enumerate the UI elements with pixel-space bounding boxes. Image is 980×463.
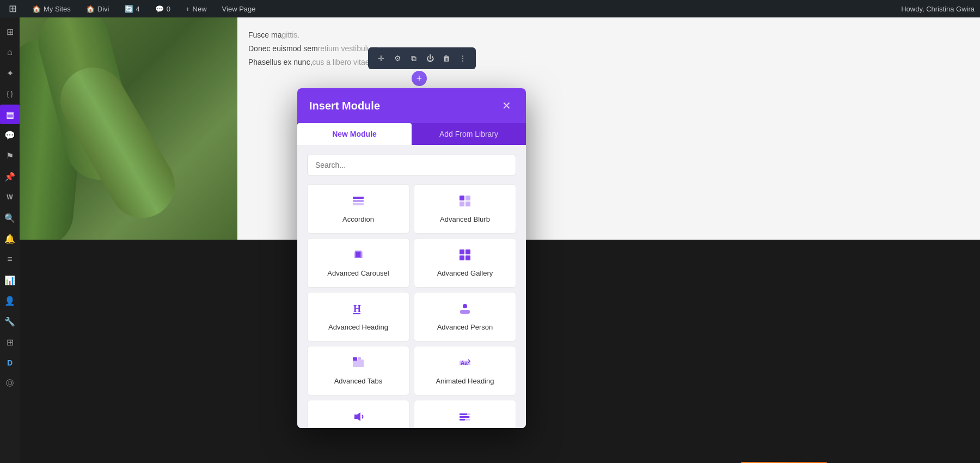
sidebar-icon-chart[interactable]: 📊 (0, 270, 20, 290)
my-sites-label: My Sites (44, 5, 71, 13)
module-label-animated-heading: Animated Heading (436, 377, 494, 385)
sidebar-icon-circle-d[interactable]: Ⓓ (0, 374, 20, 393)
modal-body: Accordion Advance (297, 145, 526, 428)
sidebar-icon-feedback[interactable]: 💬 (0, 125, 20, 145)
svg-marker-24 (354, 412, 360, 421)
greeting: Howdy, Christina Gwira (901, 5, 975, 13)
sidebar-icon-shortcode[interactable]: { } (0, 84, 20, 103)
svg-rect-30 (460, 419, 465, 421)
module-label-accordion: Accordion (342, 215, 374, 223)
svg-rect-2 (353, 203, 364, 205)
module-item-advanced-tabs[interactable]: Advanced Tabs (307, 346, 409, 395)
sidebar-icon-woo[interactable]: W (0, 187, 20, 207)
svg-rect-26 (460, 413, 467, 415)
sidebar-icon-pages[interactable]: ⊞ (0, 22, 20, 41)
svg-rect-11 (465, 249, 470, 254)
sidebar-icon-flag[interactable]: ⚑ (0, 146, 20, 166)
view-page-label: View Page (222, 5, 256, 13)
audio-icon (352, 410, 365, 427)
module-item-advanced-heading[interactable]: H Advanced Heading (307, 292, 409, 342)
svg-text:Aa: Aa (461, 360, 468, 366)
svg-rect-19 (358, 357, 361, 360)
module-item-animated-heading[interactable]: Aa Animated Heading (414, 346, 516, 395)
advanced-person-icon (458, 302, 471, 319)
svg-rect-9 (356, 252, 360, 257)
advanced-blurb-icon (458, 194, 471, 211)
module-item-advanced-person[interactable]: Advanced Person (414, 292, 516, 342)
animated-heading-icon: Aa (458, 356, 471, 373)
module-item-advanced-gallery[interactable]: Advanced Gallery (414, 238, 516, 288)
modal-tabs: New Module Add From Library (297, 123, 526, 145)
module-item-audio[interactable]: Audio (307, 400, 409, 428)
module-label-advanced-blurb: Advanced Blurb (440, 215, 490, 223)
module-item-advanced-blurb[interactable]: Advanced Blurb (414, 184, 516, 234)
wp-logo-icon: ⊞ (9, 3, 17, 15)
bar-counters-icon (458, 410, 471, 427)
my-sites-item[interactable]: 🏠 My Sites (29, 0, 74, 17)
svg-rect-1 (353, 200, 364, 202)
svg-point-16 (463, 304, 467, 308)
sidebar-icon-user[interactable]: 👤 (0, 291, 20, 310)
svg-rect-28 (460, 416, 469, 418)
advanced-carousel-icon (352, 248, 365, 265)
sidebar-icon-bell[interactable]: 🔔 (0, 229, 20, 248)
sidebar-icon-home[interactable]: ⌂ (0, 42, 20, 62)
advanced-heading-icon: H (352, 302, 365, 319)
module-item-bar-counters[interactable]: Bar Counters (414, 400, 516, 428)
module-item-advanced-carousel[interactable]: Advanced Carousel (307, 238, 409, 288)
new-plus-icon: + (186, 5, 190, 13)
new-item[interactable]: + New (182, 0, 210, 17)
modal-header: Insert Module ✕ (297, 88, 526, 123)
wp-logo-item[interactable]: ⊞ (5, 0, 20, 17)
insert-module-modal: Insert Module ✕ New Module Add From Libr… (297, 88, 526, 428)
admin-bar: ⊞ 🏠 My Sites 🏠 Divi 🔄 4 💬 0 + New View P… (0, 0, 980, 17)
svg-rect-17 (460, 310, 470, 314)
tab-new-module[interactable]: New Module (297, 123, 412, 145)
divi-home-icon: 🏠 (86, 5, 95, 13)
updates-count: 4 (136, 5, 140, 13)
svg-rect-20 (353, 360, 364, 367)
sidebar-icon-layers[interactable]: ▤ (0, 105, 20, 124)
comments-icon: 💬 (155, 5, 164, 13)
sidebar-icon-bars[interactable]: ≡ (0, 249, 20, 269)
left-sidebar: ⊞ ⌂ ✦ { } ▤ 💬 ⚑ 📌 W 🔍 🔔 ≡ 📊 👤 🔧 ⊞ D Ⓓ (0, 17, 20, 463)
svg-rect-12 (460, 255, 464, 260)
svg-rect-21 (353, 360, 357, 361)
module-label-advanced-tabs: Advanced Tabs (334, 377, 383, 385)
module-search-input[interactable] (307, 155, 516, 175)
svg-rect-3 (460, 196, 464, 200)
module-label-advanced-heading: Advanced Heading (328, 323, 388, 331)
updates-item[interactable]: 🔄 4 (121, 0, 143, 17)
updates-icon: 🔄 (125, 5, 133, 13)
divi-label: Divi (97, 5, 109, 13)
view-page-item[interactable]: View Page (219, 0, 259, 17)
svg-rect-0 (353, 197, 364, 199)
module-label-advanced-carousel: Advanced Carousel (327, 269, 389, 277)
sidebar-icon-settings[interactable]: ✦ (0, 63, 20, 83)
svg-rect-13 (465, 255, 470, 260)
modal-title: Insert Module (309, 100, 380, 112)
module-item-accordion[interactable]: Accordion (307, 184, 409, 234)
accordion-icon (352, 194, 365, 211)
modal-overlay: Insert Module ✕ New Module Add From Libr… (20, 17, 980, 463)
module-label-advanced-gallery: Advanced Gallery (437, 269, 493, 277)
divi-item[interactable]: 🏠 Divi (83, 0, 113, 17)
sidebar-icon-divi[interactable]: D (0, 353, 20, 373)
module-label-advanced-person: Advanced Person (437, 323, 493, 331)
sidebar-icon-pin[interactable]: 📌 (0, 167, 20, 186)
sidebar-icon-plus-sq[interactable]: ⊞ (0, 332, 20, 352)
main-content: Fusce magittis. Donec euismod semretium … (20, 17, 980, 463)
new-label: New (193, 5, 207, 13)
svg-rect-4 (465, 196, 470, 200)
sidebar-icon-wrench[interactable]: 🔧 (0, 312, 20, 331)
tab-add-from-library[interactable]: Add From Library (412, 123, 526, 145)
modules-grid: Accordion Advance (307, 184, 516, 428)
home-icon: 🏠 (32, 5, 41, 13)
comments-item[interactable]: 💬 0 (152, 0, 174, 17)
modal-close-button[interactable]: ✕ (499, 98, 514, 113)
advanced-tabs-icon (352, 356, 365, 373)
svg-rect-6 (465, 202, 470, 206)
comments-count: 0 (167, 5, 170, 13)
svg-text:H: H (353, 303, 361, 314)
sidebar-icon-search[interactable]: 🔍 (0, 208, 20, 228)
